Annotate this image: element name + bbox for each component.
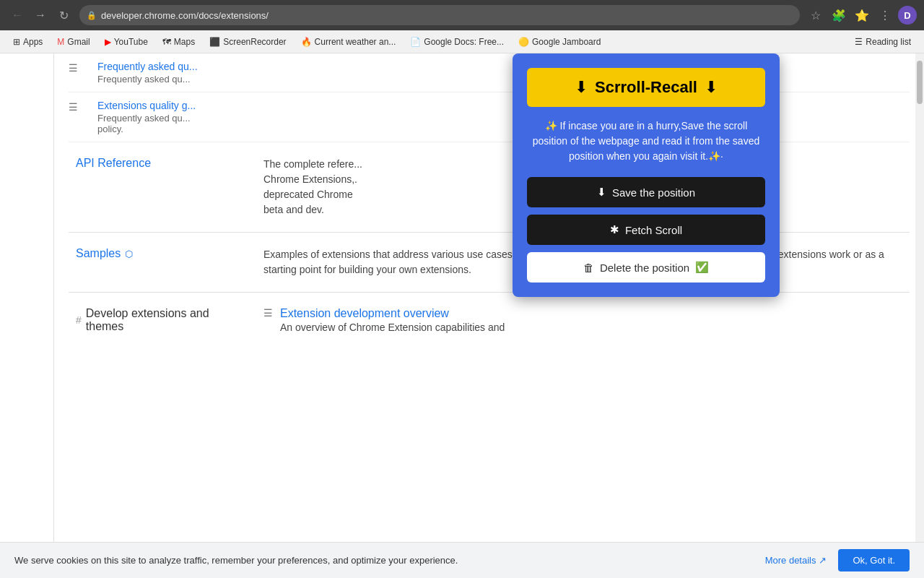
bookmark-jamboard-label: Google Jamboard: [532, 37, 601, 47]
bookmark-apps[interactable]: ⊞ Apps: [7, 35, 48, 48]
bookmark-youtube[interactable]: ▶ YouTube: [99, 35, 154, 48]
more-details-link[interactable]: More details ↗: [765, 555, 827, 566]
scrollbar-thumb[interactable]: [917, 61, 923, 104]
scrollbar[interactable]: [915, 53, 924, 542]
develop-content: ☰ Extension development overview An over…: [263, 307, 910, 335]
faq2-desc: Frequently asked qu... policy.: [97, 113, 196, 134]
faq1-title[interactable]: Frequently asked qu...: [97, 61, 198, 72]
extensions-button[interactable]: ⭐: [852, 5, 872, 25]
delete-check-icon: ✅: [695, 261, 709, 274]
gmail-icon: M: [57, 37, 64, 47]
api-reference-link[interactable]: API Reference: [76, 157, 151, 169]
menu-button[interactable]: ⋮: [875, 5, 895, 25]
youtube-icon: ▶: [105, 37, 111, 47]
popup-icon-left: ⬇: [575, 78, 588, 97]
faq2-icon: ☰: [69, 100, 87, 134]
popup-title: Scrroll-Recall: [595, 78, 697, 97]
fetch-scroll-button[interactable]: ✱ Fetch Scroll: [527, 215, 765, 245]
bookmarks-bar: ⊞ Apps M Gmail ▶ YouTube 🗺 Maps ⬛ Screen…: [0, 30, 924, 53]
faq-row-2: ☰ Extensions quality g... Frequently ask…: [69, 92, 910, 142]
reading-list-label: Reading list: [866, 37, 911, 47]
develop-title: Develop extensions and themes: [86, 307, 249, 333]
api-section: API Reference The complete refere...Chro…: [69, 142, 910, 233]
faq-row-1: ☰ Frequently asked qu... Frequently aske…: [69, 53, 910, 92]
apps-icon: ⊞: [13, 37, 20, 47]
save-icon: ⬇: [597, 186, 606, 199]
url-domain: developer.chrome.com: [101, 10, 196, 21]
popup-description: ✨ If incase you are in a hurry,Save the …: [527, 118, 765, 164]
bookmark-apps-label: Apps: [23, 37, 43, 47]
save-btn-label: Save the position: [612, 186, 695, 199]
gdocs-icon: 📄: [410, 37, 421, 47]
cookie-banner: We serve cookies on this site to analyze…: [0, 542, 924, 578]
screenrecorder-icon: ⬛: [209, 37, 220, 47]
star-button[interactable]: ☆: [806, 5, 826, 25]
faq1-content: Frequently asked qu... Frequently asked …: [97, 61, 198, 85]
extension-popup: ⬇ Scrroll-Recall ⬇ ✨ If incase you are i…: [513, 53, 780, 297]
cookie-text: We serve cookies on this site to analyze…: [14, 555, 754, 566]
popup-icon-right: ⬇: [705, 78, 718, 97]
bookmark-gdocs-label: Google Docs: Free...: [424, 37, 504, 47]
bookmark-youtube-label: YouTube: [114, 37, 148, 47]
bookmark-jamboard[interactable]: 🟡 Google Jamboard: [513, 35, 606, 48]
api-section-left: API Reference: [69, 157, 249, 217]
develop-title-row: # Develop extensions and themes: [76, 307, 249, 333]
sidebar: [0, 53, 54, 542]
develop-text: Extension development overview An overvi…: [280, 307, 505, 335]
develop-section-right: ☰ Extension development overview An over…: [263, 307, 910, 335]
external-icon: ↗: [819, 555, 827, 566]
faq2-title[interactable]: Extensions quality g...: [97, 100, 196, 111]
popup-header: ⬇ Scrroll-Recall ⬇: [527, 68, 765, 107]
bookmark-screenrecorder-label: ScreenRecorder: [223, 37, 286, 47]
url-text: developer.chrome.com/docs/extensions/: [101, 10, 269, 21]
develop-link[interactable]: Extension development overview: [280, 307, 449, 319]
develop-icon: ☰: [263, 307, 273, 335]
bookmark-maps-label: Maps: [174, 37, 195, 47]
develop-section: # Develop extensions and themes ☰ Extens…: [69, 293, 910, 350]
develop-link-desc: An overview of Chrome Extension capabili…: [280, 320, 505, 335]
faq2-content: Extensions quality g... Frequently asked…: [97, 100, 196, 134]
url-path: /docs/extensions/: [196, 10, 269, 21]
save-position-button[interactable]: ⬇ Save the position: [527, 177, 765, 207]
samples-link[interactable]: Samples ⬡: [76, 247, 249, 260]
ok-got-it-button[interactable]: Ok, Got it.: [838, 549, 910, 571]
develop-hash: #: [76, 314, 82, 326]
bookmark-weather[interactable]: 🔥 Current weather an...: [295, 35, 402, 48]
delete-btn-label: Delete the position: [600, 262, 689, 274]
develop-section-left: # Develop extensions and themes: [69, 307, 249, 333]
extension-puzzle-button[interactable]: 🧩: [829, 5, 849, 25]
bookmark-screenrecorder[interactable]: ⬛ ScreenRecorder: [204, 35, 292, 48]
reading-list-icon: ☰: [855, 37, 863, 47]
maps-icon: 🗺: [162, 37, 171, 47]
weather-icon: 🔥: [301, 37, 312, 47]
bookmark-gmail-label: Gmail: [67, 37, 90, 47]
fetch-btn-label: Fetch Scroll: [625, 224, 682, 236]
lock-icon: 🔒: [87, 11, 97, 20]
back-button[interactable]: ←: [7, 5, 27, 25]
profile-button[interactable]: D: [898, 6, 917, 25]
reload-button[interactable]: ↻: [53, 5, 74, 25]
fetch-icon: ✱: [610, 223, 619, 236]
address-bar[interactable]: 🔒 developer.chrome.com/docs/extensions/: [79, 5, 800, 25]
reading-list-button[interactable]: ☰ Reading list: [849, 35, 917, 48]
samples-section-left: Samples ⬡: [69, 247, 249, 277]
samples-section: Samples ⬡ Examples of extensions that ad…: [69, 233, 910, 293]
page-content: ☰ Frequently asked qu... Frequently aske…: [0, 53, 924, 542]
bookmark-gdocs[interactable]: 📄 Google Docs: Free...: [404, 35, 510, 48]
bookmark-gmail[interactable]: M Gmail: [51, 35, 95, 48]
browser-chrome: ← → ↻ 🔒 developer.chrome.com/docs/extens…: [0, 0, 924, 30]
delete-position-button[interactable]: 🗑 Delete the position ✅: [527, 252, 765, 282]
external-link-icon: ⬡: [125, 249, 133, 259]
faq1-icon: ☰: [69, 61, 87, 85]
jamboard-icon: 🟡: [518, 37, 529, 47]
browser-actions: ☆ 🧩 ⭐ ⋮ D: [806, 5, 917, 25]
faq1-desc: Frequently asked qu...: [97, 74, 198, 85]
bookmark-maps[interactable]: 🗺 Maps: [157, 35, 201, 48]
nav-buttons: ← → ↻: [7, 5, 74, 25]
main-content: ☰ Frequently asked qu... Frequently aske…: [54, 53, 924, 542]
delete-icon: 🗑: [583, 262, 594, 274]
forward-button[interactable]: →: [30, 5, 51, 25]
bookmark-weather-label: Current weather an...: [315, 37, 396, 47]
